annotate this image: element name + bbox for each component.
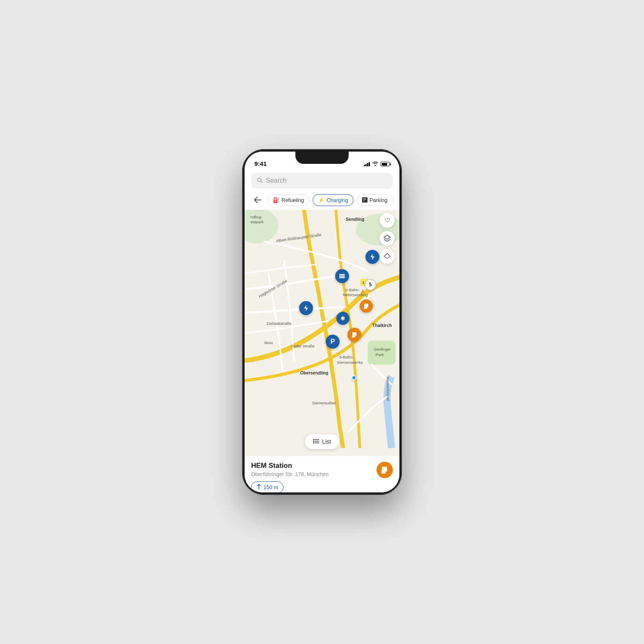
- svg-point-45: [313, 439, 314, 440]
- svg-text:Thalkirch: Thalkirch: [372, 323, 392, 328]
- map-container[interactable]: Sendling ndling- estpark Albert-Roßhaupt…: [245, 210, 399, 456]
- distance-value: 150 m: [263, 484, 278, 490]
- svg-rect-51: [385, 468, 387, 472]
- battery-icon: [381, 162, 390, 166]
- layers-button[interactable]: [380, 231, 395, 246]
- user-location-dot: [351, 375, 356, 380]
- svg-rect-40: [355, 333, 356, 336]
- station-name: HEM Station: [251, 462, 372, 470]
- back-button[interactable]: [251, 193, 264, 206]
- filter-bar: ⛽ Refueling ⚡ Charging 🅿 Parking: [245, 191, 399, 210]
- svg-rect-48: [381, 471, 385, 474]
- svg-text:Isarwerkkanal: Isarwerkkanal: [386, 376, 390, 401]
- filter-chip-parking[interactable]: 🅿 Parking: [357, 194, 393, 206]
- svg-point-46: [313, 441, 314, 442]
- svg-rect-50: [382, 467, 385, 469]
- fuel-marker-2[interactable]: [347, 328, 361, 342]
- wifi-icon: [372, 161, 379, 167]
- svg-text:Obersendling: Obersendling: [300, 370, 329, 375]
- svg-text:rieder Straße: rieder Straße: [291, 344, 315, 348]
- station-type-icon: [376, 462, 393, 478]
- svg-text:Siemenswerke: Siemenswerke: [337, 360, 363, 365]
- search-icon: [257, 177, 263, 184]
- status-time: 9:41: [254, 160, 267, 167]
- station-info: HEM Station Oberföhringer Str. 178, Münc…: [251, 462, 372, 492]
- phone-screen: 9:41: [245, 152, 399, 492]
- search-bar-container: Search: [245, 170, 399, 191]
- list-icon: [313, 438, 320, 445]
- phone-frame: 9:41: [242, 149, 402, 495]
- fuel-marker-1[interactable]: [360, 299, 373, 313]
- filter-chip-refueling[interactable]: ⛽ Refueling: [268, 194, 309, 206]
- service-star-marker[interactable]: ✱: [336, 312, 349, 325]
- svg-rect-49: [382, 468, 385, 471]
- svg-text:estpark: estpark: [251, 220, 264, 224]
- svg-rect-34: [367, 304, 368, 307]
- parking-marker[interactable]: P: [326, 335, 340, 349]
- svg-rect-30: [339, 277, 345, 279]
- svg-rect-39: [352, 332, 355, 334]
- svg-text:Sendling: Sendling: [346, 217, 364, 222]
- parking-chip-icon: 🅿: [362, 197, 367, 203]
- svg-rect-29: [339, 276, 345, 277]
- svg-point-35: [367, 304, 368, 305]
- svg-rect-33: [364, 304, 367, 305]
- svg-text:S-Bahn-: S-Bahn-: [339, 355, 354, 359]
- map-controls: ♡: [380, 213, 395, 264]
- station-distance[interactable]: 150 m: [251, 481, 283, 492]
- list-button[interactable]: List: [305, 434, 339, 449]
- svg-point-52: [385, 467, 387, 468]
- signal-bars-icon: [364, 162, 370, 166]
- service-marker[interactable]: [335, 269, 349, 283]
- svg-point-41: [355, 332, 356, 333]
- cluster-marker[interactable]: 5: [365, 279, 376, 290]
- charging-marker-2[interactable]: [299, 301, 313, 315]
- filter-chip-refueling-label: Refueling: [281, 197, 304, 203]
- favorites-button[interactable]: ♡: [380, 213, 395, 228]
- svg-text:Bosc: Bosc: [264, 340, 273, 345]
- list-button-label: List: [322, 438, 331, 445]
- search-bar[interactable]: Search: [251, 173, 393, 188]
- svg-text:Gierlinger: Gierlinger: [374, 347, 391, 351]
- svg-rect-28: [339, 274, 345, 275]
- search-input-placeholder[interactable]: Search: [266, 177, 287, 184]
- cluster-value: 5: [365, 279, 376, 290]
- filter-chip-charging-label: Charging: [327, 197, 348, 203]
- svg-text:Mittersendling: Mittersendling: [343, 293, 367, 297]
- charging-marker-1[interactable]: [365, 250, 379, 264]
- svg-text:Zielstattstraße: Zielstattstraße: [266, 321, 291, 326]
- location-button[interactable]: [380, 249, 395, 264]
- svg-line-1: [261, 181, 263, 183]
- svg-marker-36: [304, 305, 308, 311]
- refueling-icon: ⛽: [273, 197, 279, 203]
- svg-text:Siemensallee: Siemensallee: [312, 401, 336, 405]
- svg-point-47: [313, 442, 314, 444]
- station-address: Oberföhringer Str. 178, München: [251, 471, 372, 477]
- station-card[interactable]: HEM Station Oberföhringer Str. 178, Münc…: [245, 456, 399, 492]
- svg-marker-27: [370, 254, 374, 260]
- filter-chip-charging[interactable]: ⚡ Charging: [313, 194, 354, 206]
- notch: [295, 152, 349, 164]
- svg-text:S-Bahn-: S-Bahn-: [345, 288, 360, 292]
- filter-chip-parking-label: Parking: [370, 197, 388, 203]
- distance-icon: [256, 484, 261, 491]
- svg-text:Park: Park: [376, 352, 384, 357]
- svg-text:ndling-: ndling-: [251, 215, 263, 219]
- charging-icon: ⚡: [318, 197, 324, 203]
- status-icons: [364, 161, 390, 167]
